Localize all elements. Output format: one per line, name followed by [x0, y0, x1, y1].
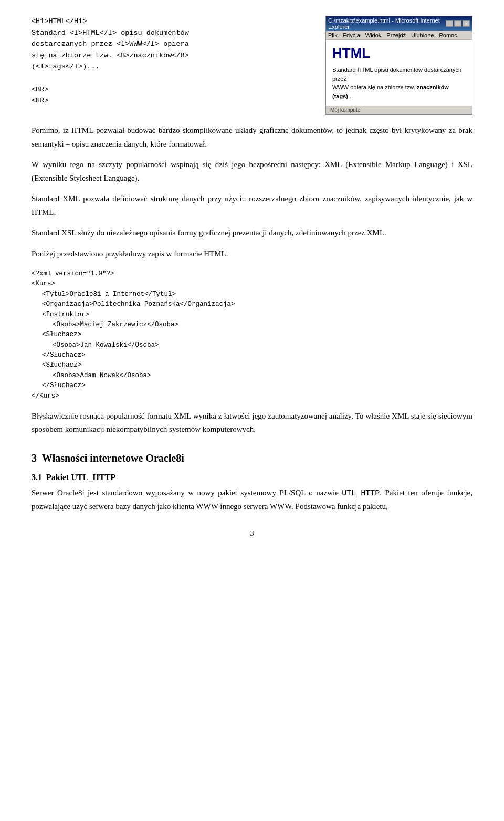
paragraph-6: Błyskawicznie rosnąca popularność format…: [32, 410, 472, 437]
menu-pomoc[interactable]: Pomoc: [439, 32, 457, 38]
code-line: dostarczanych przez <I>WWW</I> opiera: [32, 38, 315, 50]
page-content: <H1>HTML</H1> Standard <I>HTML</I> opisu…: [32, 16, 472, 538]
xml-line: </Słuchacz>: [42, 350, 472, 360]
paragraph-2: W wyniku tego na szczyty popularności ws…: [32, 158, 472, 185]
code-line: Standard <I>HTML</I> opisu dokumentów: [32, 27, 315, 39]
html-desc-line1: Standard HTML opisu dokumentów dostarcza…: [332, 67, 461, 82]
xml-line: <Instruktor>: [42, 310, 472, 320]
statusbar-text: Mój komputer: [330, 107, 362, 113]
minimize-button[interactable]: _: [446, 20, 453, 27]
xml-line: <Słuchacz>: [42, 330, 472, 340]
page-number: 3: [32, 529, 472, 538]
xml-line: <Kurs>: [32, 279, 472, 289]
paragraph-1: Pomimo, iż HTML pozwalał budować bardzo …: [32, 124, 472, 151]
menu-edycja[interactable]: Edycja: [343, 32, 360, 38]
xml-line: <Osoba>Maciej Zakrzewicz</Osoba>: [52, 320, 472, 330]
browser-content: HTML Standard HTML opisu dokumentów dost…: [326, 40, 472, 106]
paragraph-4: Standard XSL służy do niezależnego opisa…: [32, 226, 472, 240]
top-section: <H1>HTML</H1> Standard <I>HTML</I> opisu…: [32, 16, 472, 115]
xml-code-block: <?xml version="1.0"?> <Kurs> <Tytuł>Orac…: [32, 269, 472, 401]
code-line: (<I>tags</I>)...: [32, 61, 315, 72]
menu-widok[interactable]: Widok: [365, 32, 382, 38]
xml-line: <Organizacja>Politechnika Poznańska</Org…: [42, 299, 472, 309]
paragraph-5: Poniżej przedstawiono przykładowy zapis …: [32, 247, 472, 261]
html-desc-line2: WWW opiera się na zbiorze tzw.: [332, 84, 417, 90]
section-31-heading: 3.1 Pakiet UTL_HTTP: [32, 473, 472, 482]
html-desc-end: ...: [348, 93, 353, 99]
section-31-text: Serwer Oracle8i jest standardowo wyposaż…: [32, 486, 472, 514]
code-line: się na zbiorze tzw. <B>znaczników</B>: [32, 50, 315, 61]
xml-line: <Tytuł>Oracle8i a Internet</Tytuł>: [42, 289, 472, 299]
xml-line: <Osoba>Jan Kowalski</Osoba>: [52, 340, 472, 350]
xml-line: </Słuchacz>: [42, 381, 472, 391]
utl-http-code: UTL_HTTP: [342, 489, 380, 498]
close-button[interactable]: ✕: [463, 20, 470, 27]
browser-titlebar: C:\mzakrz\example.html - Microsoft Inter…: [326, 16, 472, 31]
html-page-desc: Standard HTML opisu dokumentów dostarcza…: [332, 66, 466, 100]
browser-window: C:\mzakrz\example.html - Microsoft Inter…: [326, 16, 472, 115]
code-block-left: <H1>HTML</H1> Standard <I>HTML</I> opisu…: [32, 16, 315, 115]
code-line: [32, 72, 315, 84]
xml-line: <Osoba>Adam Nowak</Osoba>: [52, 371, 472, 381]
html-page-title: HTML: [332, 45, 466, 61]
browser-title-text: C:\mzakrz\example.html - Microsoft Inter…: [328, 17, 446, 30]
menu-przejdz[interactable]: Przejdź: [386, 32, 406, 38]
xml-line: <Słuchacz>: [42, 360, 472, 370]
code-line: <BR>: [32, 84, 315, 96]
section-3-heading: 3 Własności internetowe Oracle8i: [32, 452, 472, 464]
menu-plik[interactable]: Plik: [328, 32, 338, 38]
maximize-button[interactable]: □: [454, 20, 461, 27]
browser-menubar: Plik Edycja Widok Przejdź Ulubione Pomoc: [326, 31, 472, 40]
code-line: <H1>HTML</H1>: [32, 16, 315, 27]
code-line: <HR>: [32, 95, 315, 107]
xml-line: <?xml version="1.0"?>: [32, 269, 472, 279]
paragraph-3: Standard XML pozwala definiować struktur…: [32, 192, 472, 219]
browser-title-buttons: _ □ ✕: [446, 20, 470, 27]
xml-line: </Kurs>: [32, 391, 472, 401]
menu-ulubione[interactable]: Ulubione: [411, 32, 434, 38]
browser-statusbar: Mój komputer: [326, 106, 472, 114]
